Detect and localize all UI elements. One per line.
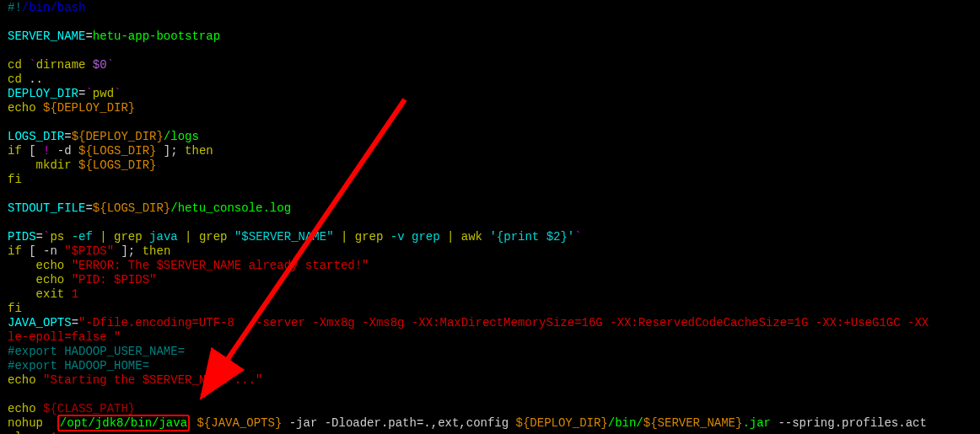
tick: `	[574, 230, 581, 244]
pipe: |	[185, 230, 199, 244]
equals: =	[85, 201, 92, 215]
kw-echo: echo	[8, 402, 36, 415]
server-name-ref: "$SERVER_NAME"	[234, 230, 334, 244]
kw-if: if	[8, 144, 22, 158]
sleep-arg: 1	[50, 431, 57, 434]
test-close: ];	[121, 244, 142, 258]
kw-grep: grep	[355, 230, 384, 244]
java-path-highlight: /opt/jdk8/bin/java	[57, 415, 190, 431]
tick: `	[29, 58, 35, 72]
tick: `	[107, 58, 114, 72]
code-line: LOGS_DIR=${DEPLOY_DIR}/logs	[8, 130, 972, 144]
java-opts-ref: ${JAVA_OPTS}	[197, 416, 282, 430]
kw-echo: echo	[8, 101, 36, 115]
kw-cd: cd	[8, 72, 22, 86]
close-quote: "	[114, 330, 121, 344]
kw-exit: exit	[36, 287, 65, 301]
code-line: #!/bin/bash	[8, 1, 972, 15]
kw-pwd: pwd	[93, 87, 114, 100]
kw-fi: fi	[8, 173, 22, 186]
comment-hadoop-home: #export HADOOP_HOME=	[8, 359, 149, 372]
equals: =	[64, 130, 71, 143]
kw-grep: grep	[114, 230, 143, 244]
epoll-line: le-epoll=false	[8, 330, 114, 344]
pipe: |	[447, 230, 461, 244]
var-logs-dir: LOGS_DIR	[8, 130, 64, 143]
shebang-hash: #!	[8, 1, 22, 14]
test-open: [	[29, 144, 43, 158]
classpath-ref: ${CLASS_PATH}	[43, 402, 135, 415]
var-pids: PIDS	[8, 230, 36, 244]
code-line: cd ..	[8, 72, 972, 87]
java-word: java	[143, 230, 185, 244]
grep-v: -v grep	[383, 230, 447, 244]
blank-line	[8, 388, 972, 402]
code-line: nohup /opt/jdk8/bin/java ${JAVA_OPTS} -j…	[8, 416, 972, 431]
var-java-opts: JAVA_OPTS	[8, 316, 72, 330]
kw-if: if	[8, 244, 22, 258]
var-deploy-dir: DEPLOY_DIR	[8, 87, 78, 100]
deploy-dir-ref: ${DEPLOY_DIR}	[516, 416, 608, 430]
code-line: PIDS=`ps -ef | grep java | grep "$SERVER…	[8, 230, 972, 244]
equals: =	[85, 29, 92, 43]
kw-ps: ps	[50, 230, 64, 244]
kw-awk: awk	[461, 230, 482, 244]
blank-line	[8, 44, 972, 58]
comment-hadoop-user: #export HADOOP_USER_NAME=	[8, 345, 185, 358]
dash-n: -n	[36, 244, 65, 258]
code-line: echo "ERROR: The $SERVER_NAME already st…	[8, 259, 972, 273]
code-line: le-epoll=false "	[8, 330, 972, 345]
code-line: echo "PID: $PIDS"	[8, 273, 972, 287]
arg0: $0	[93, 58, 107, 72]
spring-tail: --spring.profiles.act	[771, 416, 927, 430]
logs-dir-ref: ${LOGS_DIR}	[93, 201, 170, 215]
java-opts-val: "-Dfile.encoding=UTF-8 --server -Xmx8g -…	[78, 316, 929, 330]
kw-grep: grep	[199, 230, 228, 244]
test-open: [	[29, 244, 35, 258]
test-close: ];	[156, 144, 185, 158]
pipe: |	[341, 230, 355, 244]
equals: =	[36, 230, 43, 244]
kw-cd: cd	[8, 58, 22, 72]
logs-suffix: /logs	[164, 130, 199, 143]
logs-dir-ref: ${LOGS_DIR}	[78, 158, 156, 172]
shebang-path: /bin/bash	[22, 1, 86, 14]
jar-flags: -jar -Dloader.path=.,ext,config	[282, 416, 515, 430]
ps-flags: -ef	[64, 230, 100, 244]
terminal-pane[interactable]: #!/bin/bash SERVER_NAME=hetu-app-bootstr…	[8, 1, 972, 434]
code-line: if [ ! -d ${LOGS_DIR} ]; then	[8, 144, 972, 158]
dash-d: -d	[50, 144, 78, 158]
dotdot: ..	[29, 72, 43, 86]
kw-mkdir: mkdir	[36, 158, 72, 172]
kw-echo: echo	[36, 259, 65, 272]
kw-then: then	[185, 144, 213, 158]
logs-dir-ref: ${LOGS_DIR}	[78, 144, 156, 158]
kw-echo: echo	[36, 273, 65, 287]
code-line: JAVA_OPTS="-Dfile.encoding=UTF-8 --serve…	[8, 316, 972, 330]
blank-line	[8, 15, 972, 29]
code-line: DEPLOY_DIR=`pwd`	[8, 87, 972, 101]
awk-body: '{print $2}'	[489, 230, 574, 244]
bin-slash: /bin/	[608, 416, 643, 430]
equals: =	[72, 316, 78, 330]
pids-ref: "$PIDS"	[64, 244, 114, 258]
code-line: echo "Starting the $SERVER_NAME ..."	[8, 373, 972, 388]
blank-line	[8, 187, 972, 201]
code-line: echo ${DEPLOY_DIR}	[8, 101, 972, 115]
exit-code: 1	[72, 287, 78, 301]
kw-then: then	[143, 244, 171, 258]
deploy-dir-ref: ${DEPLOY_DIR}	[43, 101, 135, 115]
server-name-ref: ${SERVER_NAME}	[643, 416, 743, 430]
code-line: if [ -n "$PIDS" ]; then	[8, 244, 972, 259]
var-server-name: SERVER_NAME	[8, 29, 85, 43]
blank-line	[8, 216, 972, 230]
jar-ext: .jar	[742, 416, 771, 430]
var-stdout-file: STDOUT_FILE	[8, 201, 85, 215]
blank-line	[8, 115, 972, 130]
code-line: fi	[8, 173, 972, 187]
code-line: cd `dirname $0`	[8, 58, 972, 72]
code-line: #export HADOOP_USER_NAME=	[8, 345, 972, 359]
pipe: |	[100, 230, 114, 244]
starting-pre: "Starting the	[43, 373, 143, 387]
starting-sv: $SERVER_NAME	[143, 373, 228, 387]
